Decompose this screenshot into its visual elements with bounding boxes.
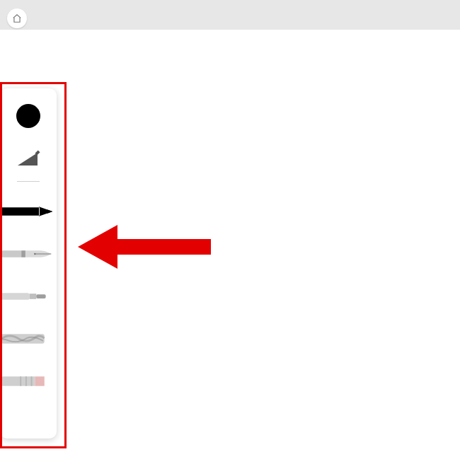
svg-rect-10 [30, 294, 37, 299]
fountain-pen-icon [0, 244, 57, 264]
svg-marker-4 [47, 209, 53, 214]
svg-rect-13 [0, 376, 35, 385]
drawing-canvas[interactable] [0, 30, 460, 476]
annotation-arrow [78, 222, 211, 272]
svg-marker-19 [78, 225, 117, 269]
brush-charcoal[interactable] [0, 324, 57, 354]
svg-rect-5 [39, 207, 40, 216]
pencil-icon [0, 203, 57, 220]
brush-eraser[interactable] [0, 366, 57, 396]
brush-pencil[interactable] [0, 197, 57, 226]
brush-tool-panel [0, 88, 57, 439]
brush-fountain-pen[interactable] [0, 239, 57, 269]
svg-rect-18 [112, 239, 211, 255]
home-button[interactable] [7, 8, 27, 28]
home-icon [12, 13, 22, 23]
brush-size-icon [16, 149, 40, 167]
svg-point-8 [34, 253, 35, 255]
svg-rect-11 [36, 294, 45, 298]
svg-rect-16 [25, 376, 27, 385]
svg-rect-2 [0, 207, 39, 216]
top-toolbar [0, 0, 460, 30]
eraser-icon [0, 373, 57, 389]
brush-marker[interactable] [0, 281, 57, 311]
svg-rect-17 [20, 376, 21, 385]
marker-icon [0, 288, 57, 305]
svg-marker-0 [18, 153, 38, 166]
charcoal-icon [0, 331, 57, 347]
svg-rect-14 [35, 376, 44, 385]
color-swatch[interactable] [16, 104, 40, 128]
svg-rect-15 [31, 376, 33, 385]
svg-rect-7 [21, 250, 25, 257]
svg-rect-6 [0, 250, 21, 257]
brush-size-control[interactable] [16, 146, 40, 167]
panel-divider [17, 181, 40, 182]
svg-rect-9 [0, 293, 30, 300]
